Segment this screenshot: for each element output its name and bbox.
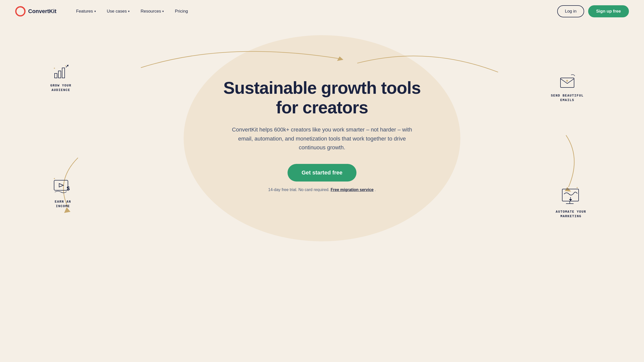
nav-features[interactable]: Features ▾ [71,6,100,16]
navbar: ConvertKit Features ▾ Use cases ▾ Resour… [0,0,644,23]
svg-rect-4 [55,73,57,78]
grow-icon: ✦ ✦ [52,63,70,81]
feature-automate-marketing: ✦ AUTOMATE YOURMARKETING [556,187,586,219]
svg-text:✦: ✦ [53,67,55,70]
hero-section: ✦ ✦ GROW YOURAUDIENCE ★ SEND BEAUTIFULEM… [0,23,644,239]
svg-text:$: $ [67,185,70,192]
svg-rect-12 [54,180,68,190]
features-chevron-icon: ▾ [94,10,96,13]
grow-label: GROW YOURAUDIENCE [50,83,71,93]
migration-link[interactable]: Free migration service [331,188,374,192]
email-icon: ★ [558,73,576,92]
svg-text:✦: ✦ [65,65,66,67]
nav-resources[interactable]: Resources ▾ [136,6,168,16]
use-cases-chevron-icon: ▾ [128,10,130,13]
hero-content: Sustainable growth tools for creators Co… [223,78,421,192]
resources-chevron-icon: ▾ [162,10,164,13]
svg-text:★: ★ [566,79,569,83]
svg-text:✦: ✦ [53,177,55,180]
logo-icon [15,6,26,17]
feature-grow-audience: ✦ ✦ GROW YOURAUDIENCE [50,63,71,93]
nav-use-cases[interactable]: Use cases ▾ [102,6,134,16]
logo-text: ConvertKit [28,8,56,15]
feature-send-emails: ★ SEND BEAUTIFULEMAILS [551,73,584,103]
logo-link[interactable]: ConvertKit [15,6,56,17]
earn-icon: $ ✦ [53,176,73,198]
svg-marker-18 [569,199,572,201]
nav-pricing[interactable]: Pricing [170,6,192,16]
nav-actions: Log in Sign up free [557,5,629,17]
email-label: SEND BEAUTIFULEMAILS [551,94,584,103]
hero-title: Sustainable growth tools for creators [223,78,421,117]
earn-label: EARN ANINCOME [55,200,71,209]
svg-marker-13 [59,184,63,187]
nav-links: Features ▾ Use cases ▾ Resources ▾ Prici… [71,6,557,16]
automate-icon: ✦ [561,187,581,208]
signup-button[interactable]: Sign up free [588,5,629,17]
svg-rect-5 [58,71,61,78]
feature-earn-income: $ ✦ EARN ANINCOME [53,176,73,209]
hero-subtitle: ConvertKit helps 600k+ creators like you… [231,125,413,152]
svg-rect-6 [62,68,65,78]
hero-trial-note: 14-day free trial. No card required. Fre… [223,188,421,192]
get-started-button[interactable]: Get started free [288,164,357,182]
automate-label: AUTOMATE YOURMARKETING [556,210,586,219]
login-button[interactable]: Log in [557,5,584,17]
svg-text:✦: ✦ [576,187,578,189]
